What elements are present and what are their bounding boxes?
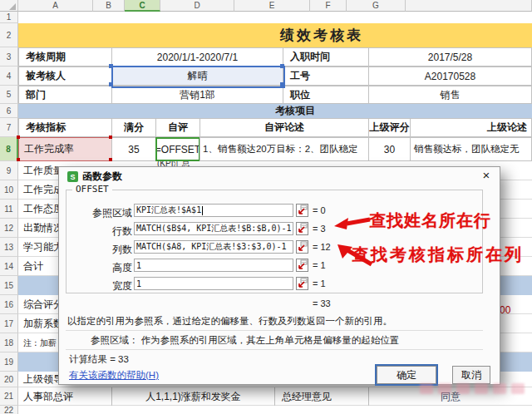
cell-a3-label[interactable]: 考核周期 <box>18 47 112 67</box>
cell-e8-supervisor-score[interactable]: 30 <box>368 137 411 161</box>
field-result: = 3 <box>313 224 326 234</box>
field-result: = 12 <box>313 242 331 252</box>
col-header-b[interactable]: B <box>93 0 125 12</box>
range-picker-button[interactable] <box>296 277 308 290</box>
dialog-title: 函数参数 <box>82 170 122 184</box>
range-picker-button[interactable] <box>296 240 308 254</box>
cell-a4-label[interactable]: 被考核人 <box>18 67 112 86</box>
range-picker-button[interactable] <box>296 204 308 217</box>
cell-e4-label[interactable]: 工号 <box>283 67 369 86</box>
row-header-14[interactable]: 14 <box>0 257 18 276</box>
rows-input[interactable]: MATCH($B$4, KPI汇总表!$B:$B,0)-1 <box>134 222 293 235</box>
row-header-7[interactable]: 7 <box>0 118 18 137</box>
cell-b3-value[interactable]: 2020/1/1-2020/7/1 <box>111 47 283 67</box>
row-header-21[interactable]: 21 <box>0 387 18 406</box>
cell-a8-indicator[interactable]: 工作完成率 <box>18 137 112 161</box>
col-header-a[interactable]: A <box>18 0 93 12</box>
row-header-9[interactable]: 9 <box>0 161 18 180</box>
close-icon[interactable]: × <box>478 168 495 182</box>
row-header-12[interactable]: 12 <box>0 219 18 238</box>
range-handle <box>109 158 112 161</box>
cell-d21[interactable]: 总经理意见 <box>274 387 368 406</box>
cell-d8-self-comment[interactable]: 1、销售额达20万目标：2、团队稳定 <box>200 137 369 161</box>
function-help-link[interactable]: 有关该函数的帮助(H) <box>69 369 159 382</box>
selection-handle[interactable] <box>109 64 113 68</box>
function-name: OFFSET <box>72 184 112 195</box>
parameter-help: 参照区域： 作为参照系的引用区域，其左上角单元格是偏移量的起始位置 <box>91 334 481 347</box>
row-header-15[interactable]: 15 <box>0 276 18 295</box>
select-all-corner[interactable] <box>0 0 18 12</box>
selection-handle[interactable] <box>280 82 284 86</box>
total-result: = 33 <box>313 298 331 308</box>
row-header-3[interactable]: 3 <box>0 47 18 67</box>
row-header-22[interactable]: 22 <box>0 406 18 414</box>
row-header-20[interactable]: 20 <box>0 372 18 387</box>
section-banner[interactable]: 考核项目 <box>18 104 532 118</box>
range-picker-button[interactable] <box>296 222 308 235</box>
cell-b5-value[interactable]: 营销1部 <box>111 86 283 104</box>
width-input[interactable]: 1 <box>134 277 293 290</box>
row-header-6[interactable]: 6 <box>0 104 18 118</box>
spreadsheet-app: A B C D E F G 1 2 3 4 5 6 7 8 9 10 11 12… <box>0 0 532 414</box>
row-header-17[interactable]: 17 <box>0 314 18 333</box>
cell-f4-value[interactable]: A20170528 <box>368 67 532 86</box>
cell-f5-value[interactable]: 销售 <box>368 86 532 104</box>
row-header-1[interactable]: 1 <box>0 12 18 23</box>
header-supervisor-comment[interactable]: 上级论述 <box>410 118 532 137</box>
cols-input[interactable]: MATCH($A8, KPI汇总表!$3:$3,0)-1 <box>134 240 293 254</box>
section-banner-label: 考核项目 <box>275 104 315 118</box>
field-result: = 1 <box>313 278 326 288</box>
row-header-11[interactable]: 11 <box>0 200 18 219</box>
col-header-d[interactable]: D <box>160 0 234 12</box>
selection-handle[interactable] <box>109 82 113 86</box>
cancel-button[interactable]: 取消 <box>452 366 490 384</box>
range-picker-button[interactable] <box>296 259 308 272</box>
select-all-triangle-icon <box>9 3 16 10</box>
field-label-rows: 行数 <box>59 224 132 239</box>
cell-c8-formula-edit[interactable]: =OFFSET <box>155 137 200 161</box>
header-max-score[interactable]: 满分 <box>111 118 156 137</box>
header-supervisor-score[interactable]: 上级评分 <box>368 118 411 137</box>
header-self-comment[interactable]: 自评论述 <box>200 118 369 137</box>
cell-b21[interactable]: 人1,1,1)涨薪和发奖金 <box>111 387 274 406</box>
row-header-16[interactable]: 16 <box>0 295 18 314</box>
calculation-result: 计算结果 = 33 <box>69 353 129 366</box>
cell-b8-max[interactable]: 35 <box>111 137 156 161</box>
rows-value: MATCH($B$4, KPI汇总表!$B:$B,0)-1 <box>136 223 292 234</box>
ok-button[interactable]: 确定 <box>377 366 436 384</box>
cols-value: MATCH($A8, KPI汇总表!$3:$3,0)-1 <box>136 241 287 253</box>
row-header-10[interactable]: 10 <box>0 180 18 200</box>
cell-a5-label[interactable]: 部门 <box>18 86 112 104</box>
header-self-score[interactable]: 自评 <box>155 118 200 137</box>
col-header-f[interactable]: F <box>310 0 347 12</box>
field-label-width: 宽度 <box>59 279 132 293</box>
field-label-cols: 列数 <box>59 243 132 257</box>
selection-border <box>111 66 285 88</box>
row-header-18[interactable]: 18 <box>0 333 18 352</box>
reference-value: KPI汇总表!$A$1 <box>136 205 201 216</box>
col-header-c-selected[interactable]: C <box>125 0 160 12</box>
row-header-5[interactable]: 5 <box>0 86 18 104</box>
reference-input[interactable]: KPI汇总表!$A$1 <box>134 204 293 217</box>
height-input[interactable]: 1 <box>134 259 293 272</box>
watermark <box>420 383 525 394</box>
cell-a21[interactable]: 人事部总评 <box>18 387 111 406</box>
col-header-g[interactable]: G <box>347 0 406 12</box>
selection-handle[interactable] <box>280 64 284 68</box>
row-header-19[interactable]: 19 <box>0 352 18 372</box>
col-header-blank[interactable] <box>406 0 532 12</box>
row-header-8-selected[interactable]: 8 <box>0 137 18 161</box>
field-label-height: 高度 <box>59 261 132 275</box>
row-header-2[interactable]: 2 <box>0 23 18 47</box>
row-header-4[interactable]: 4 <box>0 67 18 86</box>
range-handle <box>109 136 112 139</box>
col-header-e[interactable]: E <box>234 0 310 12</box>
cell-e5-label[interactable]: 职位 <box>283 86 369 104</box>
function-description: 以指定的引用为参照系，通过给定的偏移量、行数及列数返回一个新的引用。 <box>67 315 487 328</box>
cell-e3-label[interactable]: 入职时间 <box>283 47 369 67</box>
field-result: = 0 <box>313 205 326 215</box>
header-indicator[interactable]: 考核指标 <box>18 118 112 137</box>
cell-f3-value[interactable]: 2017/5/28 <box>368 47 532 67</box>
cell-f8-supervisor-comment[interactable]: 销售额达标，团队稳定无 <box>410 137 532 161</box>
row-header-13[interactable]: 13 <box>0 238 18 257</box>
